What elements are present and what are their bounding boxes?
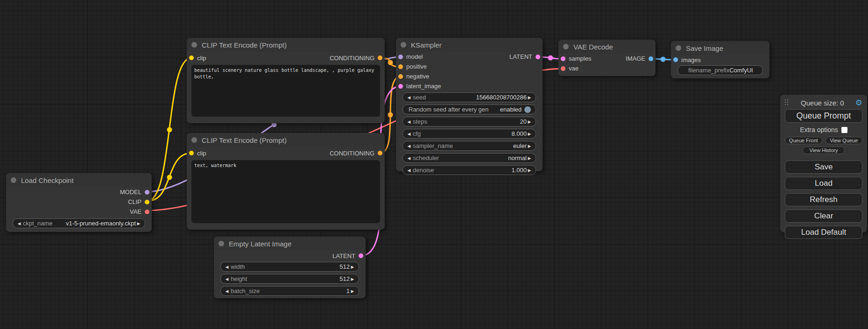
link-dot[interactable]: [388, 60, 393, 65]
widget-filename-prefix[interactable]: filename_prefix ComfyUI: [677, 65, 763, 75]
slot-row: latent_image: [396, 81, 543, 91]
decrement-arrow-icon[interactable]: ◀: [16, 221, 22, 226]
input-port-samples[interactable]: [561, 56, 565, 61]
collapse-dot-icon[interactable]: [219, 241, 224, 246]
input-port-clip[interactable]: [189, 56, 194, 60]
increment-arrow-icon[interactable]: ▶: [527, 144, 532, 148]
output-label: VAE: [130, 208, 141, 215]
collapse-dot-icon[interactable]: [676, 45, 681, 51]
widget-label: cfg: [413, 130, 421, 137]
increment-arrow-icon[interactable]: ▶: [527, 168, 532, 173]
increment-arrow-icon[interactable]: ▶: [136, 221, 141, 226]
load-default-button[interactable]: Load Default: [785, 226, 862, 239]
collapse-dot-icon[interactable]: [401, 42, 406, 48]
link-dot[interactable]: [167, 127, 172, 133]
collapse-dot-icon[interactable]: [11, 177, 16, 183]
increment-arrow-icon[interactable]: ▶: [350, 277, 355, 281]
toggle-dot-icon[interactable]: [524, 106, 531, 113]
node-clip-text-encode-negative[interactable]: CLIP Text Encode (Prompt) clip CONDITION…: [187, 133, 385, 230]
widget-label: width: [231, 263, 245, 270]
save-button[interactable]: Save: [785, 161, 862, 174]
widget-scheduler[interactable]: ◀ scheduler normal ▶: [402, 153, 536, 163]
decrement-arrow-icon[interactable]: ◀: [406, 168, 412, 173]
collapse-dot-icon[interactable]: [191, 137, 197, 143]
increment-arrow-icon[interactable]: ▶: [350, 265, 355, 269]
node-vae-decode[interactable]: VAE Decode samples IMAGE vae: [558, 40, 656, 76]
input-port-model[interactable]: [398, 55, 403, 59]
output-port-clip[interactable]: [145, 200, 149, 204]
slot-row: CLIP: [6, 197, 152, 207]
node-title-bar[interactable]: Load Checkpoint: [6, 173, 152, 187]
node-title-bar[interactable]: CLIP Text Encode (Prompt): [187, 38, 385, 52]
widget-random-seed-toggle[interactable]: Random seed after every gen enabled: [402, 105, 536, 114]
input-port-vae[interactable]: [561, 66, 565, 71]
widget-steps[interactable]: ◀ steps 20 ▶: [402, 117, 536, 126]
widget-seed[interactable]: ◀ seed 156680208700286 ▶: [402, 92, 536, 102]
decrement-arrow-icon[interactable]: ◀: [406, 95, 412, 100]
output-port-vae[interactable]: [145, 210, 149, 214]
input-port-latent-image[interactable]: [398, 84, 403, 89]
queue-front-button[interactable]: Queue Front: [785, 137, 822, 144]
decrement-arrow-icon[interactable]: ◀: [406, 132, 412, 136]
widget-sampler-name[interactable]: ◀ sampler_name euler ▶: [402, 141, 536, 151]
load-button[interactable]: Load: [785, 177, 862, 190]
collapse-dot-icon[interactable]: [563, 44, 569, 49]
link-dot[interactable]: [167, 175, 172, 180]
widget-label: sampler_name: [413, 142, 453, 149]
node-save-image[interactable]: Save Image images filename_prefix ComfyU…: [671, 41, 769, 78]
input-label: clip: [197, 55, 206, 62]
node-title-bar[interactable]: KSampler: [396, 38, 543, 52]
input-port-negative[interactable]: [398, 74, 403, 79]
node-title-bar[interactable]: Save Image: [671, 41, 769, 55]
output-port-conditioning[interactable]: [378, 151, 382, 155]
link-dot[interactable]: [661, 57, 666, 62]
increment-arrow-icon[interactable]: ▶: [527, 156, 532, 161]
widget-batch-size[interactable]: ◀ batch_size 1 ▶: [220, 286, 359, 296]
output-port-latent[interactable]: [536, 55, 540, 59]
output-port-image[interactable]: [649, 56, 653, 61]
node-title-bar[interactable]: Empty Latent Image: [214, 237, 366, 251]
input-port-images[interactable]: [673, 57, 678, 62]
queue-panel[interactable]: Queue size: 0 ⚙ Queue Prompt Extra optio…: [780, 95, 867, 232]
widget-ckpt-name[interactable]: ◀ ckpt_name v1-5-pruned-emaonly.ckpt ▶: [13, 218, 145, 228]
widget-width[interactable]: ◀ width 512 ▶: [220, 262, 359, 272]
clear-button[interactable]: Clear: [785, 210, 862, 223]
input-port-clip[interactable]: [189, 151, 194, 155]
refresh-button[interactable]: Refresh: [785, 193, 862, 206]
increment-arrow-icon[interactable]: ▶: [527, 119, 532, 124]
prompt-text-input[interactable]: beautiful scenery nature glass bottle la…: [191, 65, 380, 117]
collapse-dot-icon[interactable]: [191, 42, 197, 48]
decrement-arrow-icon[interactable]: ◀: [224, 265, 230, 269]
widget-denoise[interactable]: ◀ denoise 1.000 ▶: [402, 165, 536, 175]
view-history-button[interactable]: View History: [803, 147, 845, 154]
link-dot[interactable]: [388, 112, 393, 118]
increment-arrow-icon[interactable]: ▶: [350, 289, 355, 294]
prompt-text-input[interactable]: text, watermark: [191, 160, 380, 223]
queue-prompt-button[interactable]: Queue Prompt: [785, 109, 862, 123]
node-load-checkpoint[interactable]: Load Checkpoint MODEL CLIP VAE ◀ ckpt_na…: [6, 173, 152, 232]
output-port-conditioning[interactable]: [378, 56, 382, 60]
extra-options-checkbox[interactable]: [841, 127, 847, 133]
drag-handle-icon[interactable]: [785, 99, 790, 106]
node-empty-latent-image[interactable]: Empty Latent Image LATENT ◀ width 512 ▶ …: [214, 237, 366, 298]
widget-height[interactable]: ◀ height 512 ▶: [220, 274, 359, 284]
decrement-arrow-icon[interactable]: ◀: [406, 119, 412, 124]
widget-cfg[interactable]: ◀ cfg 8.000 ▶: [402, 129, 536, 139]
decrement-arrow-icon[interactable]: ◀: [406, 144, 412, 148]
output-port-model[interactable]: [145, 190, 149, 195]
node-graph-canvas[interactable]: Load Checkpoint MODEL CLIP VAE ◀ ckpt_na…: [0, 0, 868, 329]
link-dot[interactable]: [548, 56, 553, 61]
node-title-bar[interactable]: CLIP Text Encode (Prompt): [187, 133, 385, 147]
input-port-positive[interactable]: [398, 64, 403, 69]
node-clip-text-encode-positive[interactable]: CLIP Text Encode (Prompt) clip CONDITION…: [187, 38, 385, 123]
settings-gear-icon[interactable]: ⚙: [855, 99, 862, 107]
decrement-arrow-icon[interactable]: ◀: [224, 289, 230, 294]
increment-arrow-icon[interactable]: ▶: [527, 95, 532, 100]
view-queue-button[interactable]: View Queue: [826, 137, 863, 144]
output-port-latent[interactable]: [359, 253, 363, 258]
node-title-bar[interactable]: VAE Decode: [558, 40, 656, 54]
decrement-arrow-icon[interactable]: ◀: [406, 156, 412, 161]
increment-arrow-icon[interactable]: ▶: [527, 132, 532, 136]
node-ksampler[interactable]: KSampler model LATENT positive negative …: [396, 38, 543, 171]
decrement-arrow-icon[interactable]: ◀: [224, 277, 230, 281]
